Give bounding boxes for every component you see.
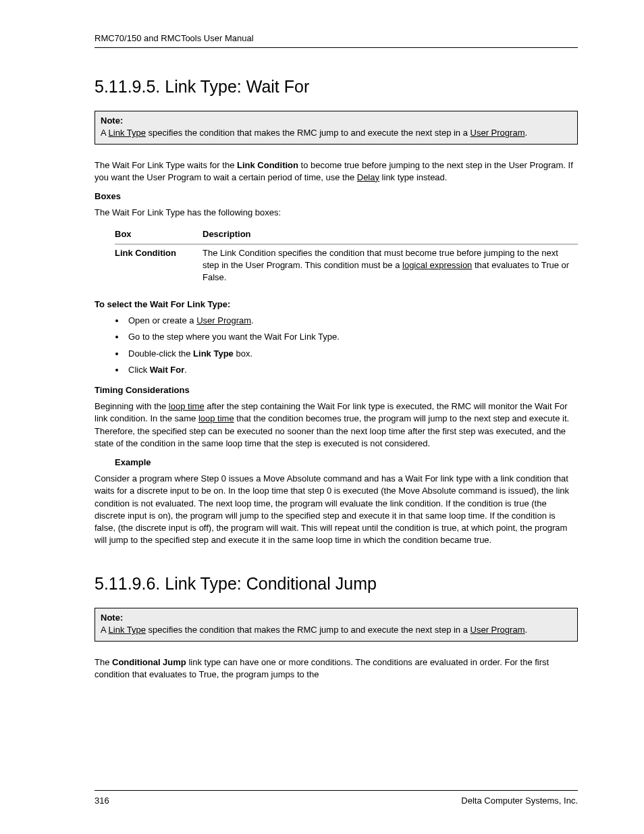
- link-type-link[interactable]: Link Type: [109, 128, 146, 138]
- timing-heading: Timing Considerations: [95, 384, 578, 396]
- intro-bold: Link Condition: [237, 160, 298, 170]
- list-item: Go to the step where you want the Wait F…: [126, 331, 578, 343]
- example-heading: Example: [115, 457, 578, 469]
- list-item: Open or create a User Program.: [126, 315, 578, 327]
- li1c: .: [251, 315, 254, 325]
- li4a: Click: [128, 365, 150, 375]
- header-rule: [95, 47, 578, 48]
- note2-end: .: [525, 625, 527, 635]
- note-end: .: [525, 128, 527, 138]
- logical-expression-link[interactable]: logical expression: [402, 260, 472, 270]
- section-title-text: Link Type: Wait For: [165, 77, 309, 96]
- timing-paragraph: Beginning with the loop time after the s…: [95, 400, 578, 450]
- section-number: 5.11.9.6.: [95, 574, 160, 593]
- note-box: Note: A Link Type specifies the conditio…: [95, 111, 578, 144]
- link-type-link-2[interactable]: Link Type: [109, 625, 146, 635]
- user-program-link-3[interactable]: User Program: [471, 625, 525, 635]
- intro-a: The Wait For Link Type waits for the: [95, 160, 237, 170]
- col-desc-header: Description: [203, 226, 578, 244]
- boxes-heading: Boxes: [95, 190, 578, 203]
- section-number: 5.11.9.5.: [95, 77, 160, 96]
- list-item: Click Wait For.: [126, 364, 578, 376]
- loop-time-link-2[interactable]: loop time: [198, 413, 234, 423]
- li3c: box.: [234, 348, 252, 359]
- c1a: The: [95, 657, 112, 667]
- conditional-intro-paragraph: The Conditional Jump link type can have …: [95, 656, 578, 681]
- section-title-text: Link Type: Conditional Jump: [165, 574, 377, 593]
- company-name: Delta Computer Systems, Inc.: [461, 795, 578, 807]
- note2-pre: A: [101, 625, 109, 635]
- list-item: Double-click the Link Type box.: [126, 348, 578, 360]
- li1a: Open or create a: [128, 315, 196, 325]
- note-text-2: A Link Type specifies the condition that…: [101, 625, 527, 635]
- boxes-table: Box Description Link Condition The Link …: [115, 226, 578, 286]
- li4c: .: [184, 365, 187, 375]
- note-box-2: Note: A Link Type specifies the conditio…: [95, 608, 578, 641]
- user-program-link[interactable]: User Program: [471, 128, 525, 138]
- li3a: Double-click the: [128, 348, 193, 359]
- li3b: Link Type: [193, 348, 234, 359]
- note-label: Note:: [101, 115, 572, 127]
- running-header: RMC70/150 and RMCTools User Manual: [95, 32, 578, 45]
- c1b: Conditional Jump: [112, 657, 186, 667]
- section-heading-wait-for: 5.11.9.5. Link Type: Wait For: [95, 75, 578, 99]
- row-link-condition-desc: The Link Condition specifies the conditi…: [203, 244, 578, 286]
- note2-mid: specifies the condition that makes the R…: [146, 625, 471, 635]
- delay-link[interactable]: Delay: [357, 172, 379, 182]
- row-link-condition-name: Link Condition: [115, 244, 203, 286]
- page-footer: 316 Delta Computer Systems, Inc.: [95, 790, 578, 807]
- intro-paragraph: The Wait For Link Type waits for the Lin…: [95, 159, 578, 184]
- intro-e: link type instead.: [379, 172, 447, 182]
- section-heading-conditional-jump: 5.11.9.6. Link Type: Conditional Jump: [95, 572, 578, 596]
- note-text: A Link Type specifies the condition that…: [101, 128, 527, 138]
- note-pre: A: [101, 128, 109, 138]
- li4b: Wait For: [150, 365, 185, 375]
- select-steps-list: Open or create a User Program. Go to the…: [126, 315, 578, 376]
- select-heading: To select the Wait For Link Type:: [95, 298, 578, 311]
- col-box-header: Box: [115, 226, 203, 244]
- note-label-2: Note:: [101, 612, 572, 624]
- loop-time-link[interactable]: loop time: [169, 401, 205, 411]
- note-mid: specifies the condition that makes the R…: [146, 128, 471, 138]
- boxes-lead: The Wait For Link Type has the following…: [95, 207, 578, 219]
- example-paragraph: Consider a program where Step 0 issues a…: [95, 473, 578, 546]
- t1a: Beginning with the: [95, 401, 169, 411]
- user-program-link-2[interactable]: User Program: [196, 315, 251, 325]
- page-number: 316: [95, 795, 109, 807]
